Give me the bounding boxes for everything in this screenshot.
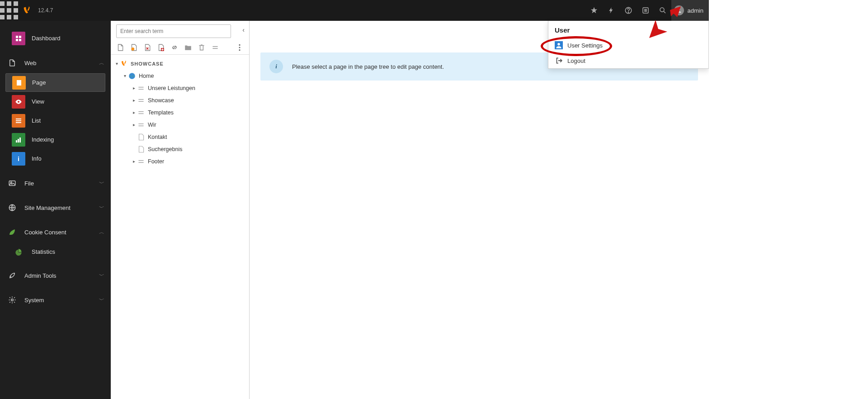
module-statistics[interactable]: Statistics (5, 242, 105, 261)
group-label: System (24, 297, 44, 304)
svg-rect-22 (17, 80, 21, 86)
topbar: 12.4.7 admin (0, 0, 709, 21)
chevron-down-icon: ﹀ (99, 204, 104, 212)
svg-rect-25 (16, 122, 21, 123)
module-info[interactable]: Info (5, 149, 105, 168)
link-icon[interactable] (170, 43, 179, 52)
user-button[interactable]: admin (671, 0, 709, 21)
caret-right-icon[interactable]: ▸ (131, 86, 137, 90)
caret-right-icon[interactable]: ▸ (131, 98, 137, 103)
tree-toolbar (111, 42, 249, 55)
logout-item[interactable]: Logout (548, 53, 708, 68)
typo3-icon (120, 60, 128, 67)
module-label: Page (32, 79, 46, 86)
logout-label: Logout (567, 57, 585, 64)
group-site-management[interactable]: Site Management ﹀ (0, 198, 111, 218)
svg-point-10 (628, 12, 628, 13)
svg-rect-21 (19, 39, 21, 41)
typo3-logo-icon[interactable] (18, 0, 36, 21)
module-indexing[interactable]: Indexing (5, 130, 105, 149)
user-label: admin (688, 7, 703, 14)
svg-rect-30 (18, 158, 19, 161)
svg-rect-20 (16, 39, 18, 41)
new-page-link-icon[interactable] (143, 43, 151, 52)
tree-node-home[interactable]: ▾ Home (111, 70, 249, 82)
svg-line-16 (664, 11, 665, 13)
tree-node[interactable]: ▸Templates (111, 106, 249, 119)
tree-search-input[interactable] (116, 24, 231, 38)
divider-icon (137, 121, 145, 128)
group-file[interactable]: File ﹀ (0, 173, 111, 193)
file-icon (6, 56, 18, 70)
tree-scroll[interactable]: ▾ SHOWCASE ▾ Home ▸Unsere Leistungen ▸Sh… (111, 54, 249, 399)
caret-right-icon[interactable]: ▸ (131, 110, 137, 115)
divider-icon[interactable] (211, 43, 219, 52)
module-label: Dashboard (32, 35, 61, 42)
tree-label: Templates (148, 109, 174, 116)
group-web[interactable]: Web ︿ (0, 53, 111, 73)
group-cookie-consent[interactable]: Cookie Consent ︿ (0, 222, 111, 242)
chevron-up-icon: ︿ (99, 59, 104, 67)
tree-node[interactable]: ▸Unsere Leistungen (111, 82, 249, 94)
svg-rect-2 (14, 1, 18, 6)
tree-node[interactable]: ▸Footer (111, 155, 249, 167)
module-list[interactable]: List (5, 111, 105, 130)
svg-point-39 (239, 44, 240, 46)
module-dashboard[interactable]: Dashboard (5, 29, 105, 48)
eye-icon (12, 95, 25, 109)
version-label: 12.4.7 (38, 7, 53, 14)
new-page-shortcut-icon[interactable] (130, 43, 138, 52)
more-icon[interactable] (236, 43, 244, 52)
tree-label: Wir (148, 122, 156, 128)
divider-icon (137, 97, 145, 104)
svg-rect-4 (7, 8, 11, 13)
caret-right-icon[interactable]: ▸ (131, 122, 137, 127)
svg-rect-6 (0, 15, 5, 19)
user-settings-item[interactable]: User Settings (548, 38, 708, 53)
user-dropdown: User User Settings Logout (548, 21, 709, 69)
svg-rect-31 (9, 181, 15, 186)
bookmark-icon[interactable] (585, 0, 603, 21)
module-view[interactable]: View (5, 92, 105, 111)
list-icon[interactable] (637, 0, 654, 21)
group-system[interactable]: System ﹀ (0, 290, 111, 310)
svg-rect-18 (16, 36, 18, 38)
svg-rect-23 (16, 119, 21, 119)
caret-right-icon[interactable]: ▸ (131, 159, 137, 164)
help-icon[interactable] (620, 0, 637, 21)
new-page-icon[interactable] (116, 43, 124, 52)
tree-label: Kontakt (148, 134, 167, 140)
collapse-tree-icon[interactable]: ‹ (242, 26, 245, 33)
tree-label: Showcase (148, 97, 174, 104)
caret-down-icon[interactable]: ▾ (122, 73, 128, 78)
content-area: i Please select a page in the page tree … (250, 21, 709, 399)
tree-node[interactable]: Suchergebnis (111, 143, 249, 155)
page-icon (137, 133, 145, 141)
app-launcher-icon[interactable] (0, 0, 18, 21)
tree-root[interactable]: ▾ SHOWCASE (111, 57, 249, 70)
divider-icon (137, 85, 145, 92)
info-icon (12, 152, 25, 166)
folder-icon[interactable] (184, 43, 192, 52)
module-page[interactable]: Page (5, 73, 105, 92)
caret-down-icon[interactable]: ▾ (113, 61, 120, 66)
new-page-hidden-icon[interactable] (157, 43, 165, 52)
flash-icon[interactable] (603, 0, 620, 21)
search-icon[interactable] (654, 0, 671, 21)
avatar-icon (674, 5, 684, 15)
tree-root-label: SHOWCASE (131, 61, 164, 66)
svg-rect-28 (19, 138, 21, 142)
tree-node[interactable]: ▸Showcase (111, 94, 249, 106)
globe-icon (6, 201, 18, 214)
group-label: Web (24, 60, 37, 66)
module-label: Info (32, 155, 42, 162)
tree-label: Footer (148, 158, 164, 165)
tree-node[interactable]: Kontakt (111, 131, 249, 143)
trash-icon[interactable] (198, 43, 206, 52)
group-admin-tools[interactable]: Admin Tools ﹀ (0, 266, 111, 285)
tree-node[interactable]: ▸Wir (111, 119, 249, 131)
chevron-down-icon: ﹀ (99, 296, 104, 304)
tree-label: Home (139, 73, 154, 79)
page-icon (137, 146, 145, 153)
module-label: List (32, 117, 41, 124)
